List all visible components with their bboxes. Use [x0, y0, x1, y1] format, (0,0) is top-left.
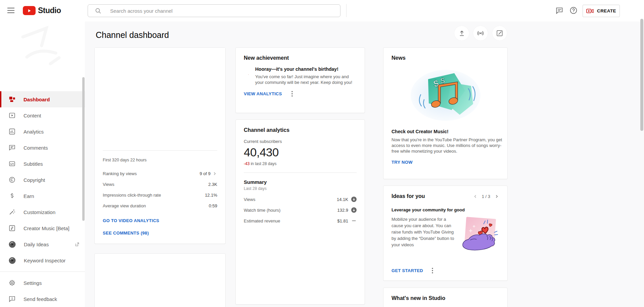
- whats-new-title: What's new in Studio: [392, 295, 499, 301]
- metric-value: 9 of 9: [199, 171, 211, 176]
- page-scrollbar[interactable]: [640, 19, 643, 131]
- chevron-right-icon[interactable]: [494, 194, 499, 199]
- search-separator: [346, 4, 347, 17]
- metric-row-ranking[interactable]: Ranking by views 9 of 9: [103, 168, 217, 179]
- news-card-title: News: [392, 55, 499, 61]
- news-body: Now that you're in the YouTube Partner P…: [392, 137, 508, 154]
- create-button-label: CREATE: [597, 8, 616, 13]
- kebab-menu-icon[interactable]: [432, 267, 433, 274]
- youtube-studio-logo[interactable]: Studio: [23, 6, 61, 15]
- news-headline: Check out Creator Music!: [392, 129, 499, 134]
- earn-icon: [8, 192, 16, 200]
- video-thumbnail-placeholder[interactable]: [95, 48, 225, 150]
- sidebar-item-creator-music[interactable]: Creator Music [Beta]: [0, 220, 85, 236]
- sidebar-item-comments[interactable]: Comments: [0, 140, 85, 156]
- video-performance-card: First 320 days 22 hours Ranking by views…: [94, 47, 226, 244]
- secondary-video-card: [94, 253, 226, 307]
- sidebar-item-copyright[interactable]: Copyright: [0, 172, 85, 188]
- external-link-icon: [75, 242, 80, 247]
- summary-title: Summary: [244, 179, 357, 185]
- search-box: [88, 4, 340, 17]
- create-button[interactable]: CREATE: [583, 5, 620, 17]
- sidebar-divider: [0, 271, 85, 272]
- feedback-icon[interactable]: [555, 6, 564, 15]
- chevron-right-icon: [212, 171, 217, 176]
- search-input[interactable]: [110, 8, 318, 14]
- channel-analytics-title: Channel analytics: [244, 127, 357, 133]
- video-period-label: First 320 days 22 hours: [103, 158, 217, 162]
- summary-value: $1.81: [337, 218, 348, 223]
- create-post-icon[interactable]: [492, 26, 507, 41]
- giving-hearts-illustration: [460, 214, 499, 255]
- sidebar-item-settings[interactable]: Settings: [0, 275, 85, 291]
- summary-row-views: Views 14.1K: [244, 194, 357, 205]
- sidebar-item-daily-ideas[interactable]: Daily Ideas: [0, 236, 85, 252]
- send-feedback-icon: [8, 295, 16, 303]
- trend-flat-icon: [351, 218, 357, 223]
- try-now-link[interactable]: TRY NOW: [392, 160, 413, 165]
- summary-row-revenue: Estimated revenue $1.81: [244, 215, 357, 226]
- ideas-body: Mobilize your audience for a cause you c…: [392, 216, 456, 255]
- youtube-logo-icon: [23, 6, 36, 15]
- metric-value: 12.1%: [205, 193, 217, 198]
- sidebar-item-subtitles[interactable]: Subtitles: [0, 156, 85, 172]
- current-subscribers-label: Current subscribers: [244, 139, 357, 144]
- pagination-label: 1 / 3: [482, 194, 490, 199]
- go-live-icon[interactable]: [473, 26, 488, 41]
- sidebar-item-content[interactable]: Content: [0, 107, 85, 123]
- see-comments-link[interactable]: SEE COMMENTS (98): [103, 231, 217, 236]
- summary-value: 14.1K: [337, 197, 348, 202]
- main-content: Channel dashboard First 320 days 22 hour…: [85, 21, 644, 307]
- content-icon: [8, 112, 16, 119]
- sidebar-nav: Dashboard Content Analytics Comments Sub…: [0, 91, 85, 307]
- sidebar-item-send-feedback[interactable]: Send feedback: [0, 291, 85, 307]
- ideas-headline: Leverage your community for good: [392, 207, 499, 212]
- sidebar-item-label: Dashboard: [24, 97, 50, 102]
- sidebar-item-label: Comments: [24, 145, 48, 151]
- sidebar-item-label: Copyright: [24, 177, 45, 183]
- column-news: News $ $: [383, 47, 508, 307]
- metric-value: 2.3K: [208, 182, 217, 187]
- chevron-left-icon[interactable]: [473, 194, 478, 199]
- go-to-video-analytics-link[interactable]: GO TO VIDEO ANALYTICS: [103, 218, 217, 223]
- youtube-studio-app: Studio CREATE Dashboard Cont: [0, 0, 644, 307]
- metric-row-ctr: Impressions click-through rate 12.1%: [103, 190, 217, 200]
- summary-row-watch-time: Watch time (hours) 132.9: [244, 205, 357, 215]
- achievement-headline: Hooray—it's your channel's birthday!: [255, 66, 357, 72]
- ideas-card: Ideas for you 1 / 3 Leverage your commun…: [383, 186, 508, 281]
- subtitles-icon: [8, 160, 16, 167]
- sidebar-item-label: Keyword Inspector: [24, 258, 65, 263]
- summary-label: Watch time (hours): [244, 208, 280, 213]
- summary-label: Estimated revenue: [244, 218, 280, 223]
- sidebar-item-label: Content: [24, 113, 41, 118]
- comments-icon: [8, 144, 16, 151]
- sidebar-item-label: Send feedback: [24, 296, 57, 302]
- trend-down-icon: [351, 197, 357, 202]
- summary-value: 132.9: [337, 208, 348, 213]
- sidebar-item-dashboard[interactable]: Dashboard: [0, 91, 85, 107]
- birthday-cake-icon: [248, 66, 249, 83]
- column-analytics: New achievement Hooray—it's your channel…: [235, 47, 365, 305]
- subscriber-count: 40,430: [244, 146, 357, 159]
- daily-ideas-icon: [8, 241, 16, 248]
- upload-video-icon[interactable]: [454, 26, 469, 41]
- sidebar-item-analytics[interactable]: Analytics: [0, 123, 85, 140]
- sidebar-item-customization[interactable]: Customization: [0, 204, 85, 220]
- sidebar-item-label: Customization: [24, 209, 55, 215]
- sidebar-scrollbar[interactable]: [82, 77, 85, 221]
- sidebar-item-earn[interactable]: Earn: [0, 188, 85, 204]
- customization-icon: [8, 208, 16, 216]
- subscriber-delta: -43 in last 28 days: [244, 161, 357, 166]
- analytics-icon: [8, 128, 16, 135]
- sidebar-ghost-artwork: [13, 23, 71, 77]
- achievement-body: You've come so far! Just imagine where y…: [255, 74, 357, 85]
- help-icon[interactable]: [569, 6, 578, 15]
- kebab-menu-icon[interactable]: [291, 90, 293, 97]
- sidebar-item-keyword-inspector[interactable]: Keyword Inspector: [0, 252, 85, 268]
- page-title: Channel dashboard: [96, 30, 169, 40]
- ideas-card-title: Ideas for you: [392, 193, 425, 199]
- menu-icon[interactable]: [7, 8, 15, 14]
- summary-period: Last 28 days: [244, 186, 357, 191]
- view-analytics-link[interactable]: VIEW ANALYTICS: [244, 91, 282, 96]
- get-started-link[interactable]: GET STARTED: [392, 268, 423, 273]
